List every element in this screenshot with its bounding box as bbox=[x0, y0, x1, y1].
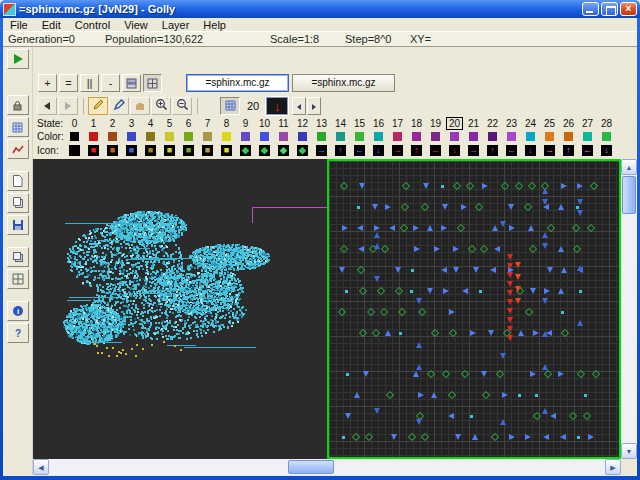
state-icon-26[interactable]: ↑ bbox=[559, 144, 578, 157]
state-icon-11[interactable]: ◆ bbox=[274, 144, 293, 157]
current-state-box[interactable]: ↓ bbox=[266, 97, 288, 115]
show-icons-button[interactable] bbox=[220, 97, 240, 115]
state-icon-18[interactable]: ↑ bbox=[407, 144, 426, 157]
vertical-scroll-thumb[interactable] bbox=[622, 176, 636, 214]
state-color-10[interactable] bbox=[255, 130, 274, 143]
state-color-20[interactable] bbox=[445, 130, 464, 143]
state-number-0[interactable]: 0 bbox=[65, 117, 84, 130]
state-color-25[interactable] bbox=[540, 130, 559, 143]
state-color-1[interactable] bbox=[84, 130, 103, 143]
state-color-23[interactable] bbox=[502, 130, 521, 143]
state-icon-28[interactable]: ↓ bbox=[597, 144, 616, 157]
menu-control[interactable]: Control bbox=[68, 18, 117, 32]
state-icon-5[interactable]: ■ bbox=[160, 144, 179, 157]
tile-view-button[interactable] bbox=[143, 74, 162, 92]
scroll-right-button[interactable]: ▶ bbox=[605, 459, 621, 475]
zoom-out-button[interactable] bbox=[172, 97, 192, 115]
state-icon-21[interactable]: → bbox=[464, 144, 483, 157]
state-color-5[interactable] bbox=[160, 130, 179, 143]
state-color-27[interactable] bbox=[578, 130, 597, 143]
redo-button[interactable] bbox=[58, 97, 78, 115]
state-icon-7[interactable]: ■ bbox=[198, 144, 217, 157]
zoom-in-button[interactable] bbox=[151, 97, 171, 115]
state-color-3[interactable] bbox=[122, 130, 141, 143]
state-number-11[interactable]: 11 bbox=[274, 117, 293, 130]
state-number-23[interactable]: 23 bbox=[502, 117, 521, 130]
state-number-27[interactable]: 27 bbox=[578, 117, 597, 130]
state-color-16[interactable] bbox=[369, 130, 388, 143]
layers-button[interactable] bbox=[7, 247, 29, 267]
state-icon-24[interactable]: ↓ bbox=[521, 144, 540, 157]
stack-view-button[interactable] bbox=[122, 74, 141, 92]
state-number-21[interactable]: 21 bbox=[464, 117, 483, 130]
state-icon-6[interactable]: ■ bbox=[179, 144, 198, 157]
state-color-11[interactable] bbox=[274, 130, 293, 143]
pattern-view-left[interactable] bbox=[33, 159, 327, 459]
state-color-18[interactable] bbox=[407, 130, 426, 143]
state-icon-3[interactable]: ■ bbox=[122, 144, 141, 157]
info-button[interactable]: i bbox=[7, 301, 29, 321]
horizontal-scrollbar[interactable]: ◀ ▶ bbox=[33, 459, 621, 475]
state-color-24[interactable] bbox=[521, 130, 540, 143]
state-number-3[interactable]: 3 bbox=[122, 117, 141, 130]
state-color-17[interactable] bbox=[388, 130, 407, 143]
maximize-button[interactable] bbox=[601, 2, 618, 16]
scroll-down-button[interactable]: ▼ bbox=[621, 443, 637, 459]
state-number-8[interactable]: 8 bbox=[217, 117, 236, 130]
state-icon-20[interactable]: ↓ bbox=[445, 144, 464, 157]
menu-help[interactable]: Help bbox=[196, 18, 233, 32]
menu-view[interactable]: View bbox=[117, 18, 155, 32]
state-icon-25[interactable]: → bbox=[540, 144, 559, 157]
clone-layer-button[interactable]: = bbox=[59, 74, 78, 92]
state-icon-14[interactable]: ↑ bbox=[331, 144, 350, 157]
help-button[interactable]: ? bbox=[7, 323, 29, 343]
state-color-2[interactable] bbox=[103, 130, 122, 143]
state-number-5[interactable]: 5 bbox=[160, 117, 179, 130]
vertical-scrollbar[interactable]: ▲ ▼ bbox=[621, 159, 637, 459]
state-icon-23[interactable]: ← bbox=[502, 144, 521, 157]
state-number-10[interactable]: 10 bbox=[255, 117, 274, 130]
state-number-12[interactable]: 12 bbox=[293, 117, 312, 130]
state-color-4[interactable] bbox=[141, 130, 160, 143]
undo-button[interactable] bbox=[37, 97, 57, 115]
menu-layer[interactable]: Layer bbox=[155, 18, 197, 32]
state-icon-0[interactable] bbox=[65, 144, 84, 157]
state-number-7[interactable]: 7 bbox=[198, 117, 217, 130]
state-icon-13[interactable]: → bbox=[312, 144, 331, 157]
state-number-26[interactable]: 26 bbox=[559, 117, 578, 130]
state-color-14[interactable] bbox=[331, 130, 350, 143]
add-layer-button[interactable]: + bbox=[38, 74, 57, 92]
draw-tool-button[interactable] bbox=[88, 97, 108, 115]
state-color-12[interactable] bbox=[293, 130, 312, 143]
title-bar[interactable]: =sphinx.mc.gz [JvN29] - Golly × bbox=[0, 0, 640, 18]
state-icon-10[interactable]: ◆ bbox=[255, 144, 274, 157]
grid-icon-button[interactable] bbox=[7, 117, 29, 137]
lock-icon-button[interactable] bbox=[7, 95, 29, 115]
state-number-24[interactable]: 24 bbox=[521, 117, 540, 130]
state-color-7[interactable] bbox=[198, 130, 217, 143]
state-color-19[interactable] bbox=[426, 130, 445, 143]
state-icon-1[interactable]: ■ bbox=[84, 144, 103, 157]
state-icon-16[interactable]: ↓ bbox=[369, 144, 388, 157]
state-number-4[interactable]: 4 bbox=[141, 117, 160, 130]
menu-file[interactable]: File bbox=[3, 18, 35, 32]
state-number-20[interactable]: 20 bbox=[445, 117, 464, 130]
state-icon-2[interactable]: ■ bbox=[103, 144, 122, 157]
state-icon-19[interactable]: ← bbox=[426, 144, 445, 157]
state-icon-27[interactable]: ← bbox=[578, 144, 597, 157]
state-number-17[interactable]: 17 bbox=[388, 117, 407, 130]
menu-edit[interactable]: Edit bbox=[35, 18, 68, 32]
layer-tab-0[interactable]: =sphinx.mc.gz bbox=[186, 74, 289, 92]
state-number-2[interactable]: 2 bbox=[103, 117, 122, 130]
state-number-25[interactable]: 25 bbox=[540, 117, 559, 130]
state-color-0[interactable] bbox=[65, 130, 84, 143]
layer-tab-1[interactable]: =sphinx.mc.gz bbox=[292, 74, 395, 92]
state-color-6[interactable] bbox=[179, 130, 198, 143]
pattern-view-active[interactable] bbox=[327, 159, 621, 459]
state-icon-15[interactable]: ← bbox=[350, 144, 369, 157]
state-number-6[interactable]: 6 bbox=[179, 117, 198, 130]
state-number-28[interactable]: 28 bbox=[597, 117, 616, 130]
scroll-left-button[interactable]: ◀ bbox=[33, 459, 49, 475]
prev-state-button[interactable] bbox=[292, 97, 306, 115]
state-color-22[interactable] bbox=[483, 130, 502, 143]
